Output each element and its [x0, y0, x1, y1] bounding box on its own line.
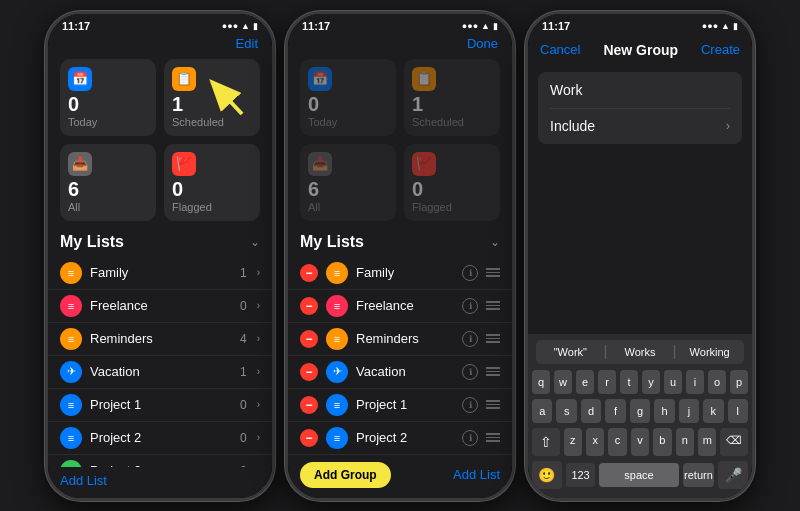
today-icon: 📅 [68, 67, 92, 91]
space-key[interactable]: space [599, 463, 678, 487]
wifi-icon-2: ▲ [481, 21, 490, 31]
add-group-button[interactable]: Add Group [300, 462, 391, 488]
key-v[interactable]: v [631, 428, 649, 456]
num-key[interactable]: 123 [566, 463, 596, 487]
list-item-edit[interactable]: − ≡ Family ℹ [288, 257, 512, 290]
delete-vacation-btn[interactable]: − [300, 363, 318, 381]
reminders-info-icon[interactable]: ℹ [462, 331, 478, 347]
vacation-count-1: 1 [240, 365, 247, 379]
list-item[interactable]: ≡ Project 1 0 › [48, 389, 272, 422]
project1-icon-2: ≡ [326, 394, 348, 416]
list-item[interactable]: ✈ Vacation 1 › [48, 356, 272, 389]
freelance-drag-handle[interactable] [486, 301, 500, 310]
key-y[interactable]: y [642, 370, 660, 394]
return-key[interactable]: return [683, 463, 715, 487]
delete-family-btn[interactable]: − [300, 264, 318, 282]
status-time-1: 11:17 [62, 20, 90, 32]
done-button[interactable]: Done [467, 36, 498, 51]
today-tile[interactable]: 📅 0 Today [60, 59, 156, 136]
add-list-button-2[interactable]: Add List [453, 467, 500, 482]
delete-project1-btn[interactable]: − [300, 396, 318, 414]
key-row-3: ⇧ z x c v b n m ⌫ [532, 428, 748, 456]
vacation-info-icon[interactable]: ℹ [462, 364, 478, 380]
status-time-2: 11:17 [302, 20, 330, 32]
list-item[interactable]: ≡ Freelance 0 › [48, 290, 272, 323]
key-e[interactable]: e [576, 370, 594, 394]
mic-key[interactable]: 🎤 [718, 461, 748, 489]
key-z[interactable]: z [564, 428, 582, 456]
key-f[interactable]: f [605, 399, 625, 423]
freelance-info-icon[interactable]: ℹ [462, 298, 478, 314]
key-h[interactable]: h [654, 399, 674, 423]
freelance-name-2: Freelance [356, 298, 454, 313]
key-w[interactable]: w [554, 370, 572, 394]
key-p[interactable]: p [730, 370, 748, 394]
yellow-arrow-icon [192, 64, 252, 124]
key-r[interactable]: r [598, 370, 616, 394]
shift-key[interactable]: ⇧ [532, 428, 560, 456]
key-row-1: q w e r t y u i o p [532, 370, 748, 394]
battery-icon-1: ▮ [253, 21, 258, 31]
include-label: Include [550, 118, 595, 134]
delete-project2-btn[interactable]: − [300, 429, 318, 447]
key-d[interactable]: d [581, 399, 601, 423]
all-tile-2: 📥 6 All [300, 144, 396, 221]
key-k[interactable]: k [703, 399, 723, 423]
key-b[interactable]: b [653, 428, 671, 456]
key-l[interactable]: l [728, 399, 748, 423]
project1-drag-handle[interactable] [486, 400, 500, 409]
create-button[interactable]: Create [701, 42, 740, 57]
group-name-input[interactable] [538, 72, 742, 108]
project1-info-icon[interactable]: ℹ [462, 397, 478, 413]
project2-info-icon[interactable]: ℹ [462, 430, 478, 446]
key-a[interactable]: a [532, 399, 552, 423]
phone-3: 11:17 ●●● ▲ ▮ Cancel New Group Create In… [525, 11, 755, 501]
emoji-key[interactable]: 🙂 [532, 461, 562, 489]
all-tile[interactable]: 📥 6 All [60, 144, 156, 221]
key-t[interactable]: t [620, 370, 638, 394]
list-item[interactable]: ≡ Reminders 4 › [48, 323, 272, 356]
autocomplete-work[interactable]: "Work" [536, 344, 605, 360]
delete-reminders-btn[interactable]: − [300, 330, 318, 348]
key-m[interactable]: m [698, 428, 716, 456]
flagged-tile[interactable]: 🚩 0 Flagged [164, 144, 260, 221]
edit-button[interactable]: Edit [236, 36, 258, 51]
signal-icon-3: ●●● [702, 21, 718, 31]
list-item[interactable]: ≡ Project 2 0 › [48, 422, 272, 455]
key-o[interactable]: o [708, 370, 726, 394]
reminders-drag-handle[interactable] [486, 334, 500, 343]
status-icons-1: ●●● ▲ ▮ [222, 21, 258, 31]
key-c[interactable]: c [608, 428, 626, 456]
key-g[interactable]: g [630, 399, 650, 423]
family-info-icon[interactable]: ℹ [462, 265, 478, 281]
project2-drag-handle[interactable] [486, 433, 500, 442]
family-drag-handle[interactable] [486, 268, 500, 277]
add-list-button-1[interactable]: Add List [60, 473, 107, 488]
list-item[interactable]: ≡ Project 3 0 › [48, 455, 272, 467]
new-group-header: Cancel New Group Create [528, 34, 752, 66]
list-item-edit[interactable]: − ≡ Project 1 ℹ [288, 389, 512, 422]
list-item-edit[interactable]: − ≡ Freelance ℹ [288, 290, 512, 323]
all-icon-2: 📥 [308, 152, 332, 176]
key-x[interactable]: x [586, 428, 604, 456]
key-j[interactable]: j [679, 399, 699, 423]
key-u[interactable]: u [664, 370, 682, 394]
key-n[interactable]: n [676, 428, 694, 456]
cancel-button[interactable]: Cancel [540, 42, 580, 57]
list-item-edit[interactable]: − ≡ Reminders ℹ [288, 323, 512, 356]
list-items-1: ≡ Family 1 › ≡ Freelance 0 › ≡ Reminders… [48, 257, 272, 467]
autocomplete-works[interactable]: Works [606, 344, 675, 360]
vacation-drag-handle[interactable] [486, 367, 500, 376]
include-row[interactable]: Include › [538, 108, 742, 144]
key-i[interactable]: i [686, 370, 704, 394]
phone-2: 11:17 ●●● ▲ ▮ Done 📅 0 Today 📋 [285, 11, 515, 501]
status-icons-2: ●●● ▲ ▮ [462, 21, 498, 31]
list-item-edit[interactable]: − ≡ Project 2 ℹ [288, 422, 512, 455]
key-q[interactable]: q [532, 370, 550, 394]
key-s[interactable]: s [556, 399, 576, 423]
list-item[interactable]: ≡ Family 1 › [48, 257, 272, 290]
delete-freelance-btn[interactable]: − [300, 297, 318, 315]
delete-key[interactable]: ⌫ [720, 428, 748, 456]
list-item-edit[interactable]: − ✈ Vacation ℹ [288, 356, 512, 389]
autocomplete-working[interactable]: Working [675, 344, 744, 360]
